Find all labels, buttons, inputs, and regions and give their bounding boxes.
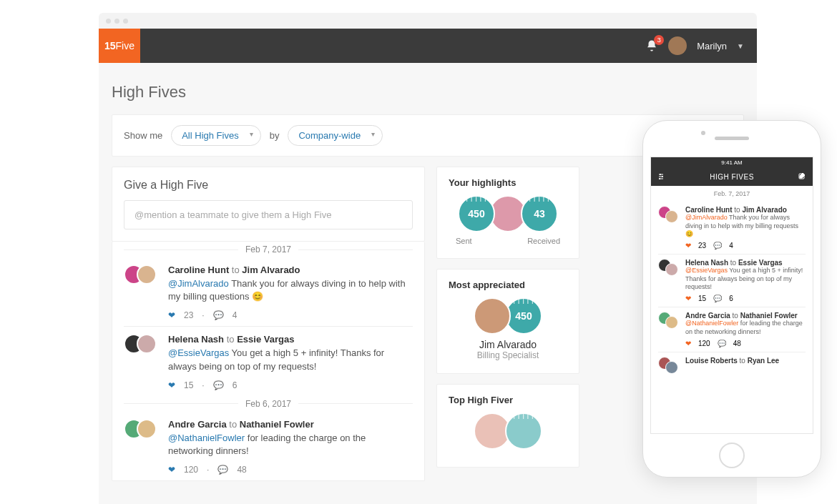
like-count: 120 <box>184 465 198 475</box>
svg-point-2 <box>659 178 660 179</box>
phone-screen: 9:41 AM HIGH FIVES Feb. 7, 2017 Caroline… <box>650 157 813 434</box>
sent-badge: 450 <box>458 195 495 232</box>
chevron-down-icon[interactable]: ▼ <box>737 42 744 50</box>
feed-to[interactable]: Essie Vargas <box>237 334 294 345</box>
feed-item: Caroline Hunt to Jim Alvarado @JimAlvara… <box>112 257 424 307</box>
logo[interactable]: 15Five <box>99 29 140 63</box>
logo-text-bold: 15 <box>104 40 116 51</box>
avatar[interactable] <box>668 36 687 55</box>
filter-by-select[interactable]: Company-wide <box>288 125 383 146</box>
most-role: Billing Specialist <box>449 350 567 360</box>
compose-icon[interactable] <box>797 172 807 182</box>
sent-label: Sent <box>456 237 472 245</box>
received-badge: 43 <box>521 195 558 232</box>
highlights-title: Your highlights <box>449 177 567 188</box>
feed-from[interactable]: Andre Garcia <box>168 419 227 430</box>
like-count: 23 <box>184 310 193 320</box>
top-fiver-title: Top High Fiver <box>449 395 567 405</box>
feed-to[interactable]: Jim Alvarado <box>242 265 300 275</box>
phone-comment-button[interactable]: 💬 <box>713 242 722 249</box>
filter-showme-label: Show me <box>124 130 162 141</box>
date-separator: Feb 6, 2017 <box>124 399 413 409</box>
phone-actions: ❤15 💬6 <box>651 293 813 307</box>
window-dot <box>114 19 119 24</box>
phone-actions: ❤23 💬4 <box>651 240 813 254</box>
svg-point-0 <box>660 174 661 175</box>
comment-count: 48 <box>237 465 246 475</box>
avatar-pair <box>124 334 160 357</box>
phone-mock: 9:41 AM HIGH FIVES Feb. 7, 2017 Caroline… <box>642 120 821 478</box>
feed-from[interactable]: Helena Nash <box>168 334 224 345</box>
give-title: Give a High Five <box>124 179 413 192</box>
phone-like-button[interactable]: ❤ <box>685 242 691 249</box>
avatar-pair <box>124 419 160 442</box>
comment-button[interactable]: 💬 <box>213 310 224 320</box>
date-separator: Feb 7, 2017 <box>124 244 413 255</box>
feed-actions: ❤120 · 💬48 <box>112 462 424 480</box>
phone-date: Feb. 7, 2017 <box>651 186 813 202</box>
top-fiver-card: Top High Fiver <box>436 384 579 468</box>
phone-statusbar: 9:41 AM <box>651 157 813 167</box>
like-button[interactable]: ❤ <box>168 310 175 320</box>
comment-count: 4 <box>232 310 238 320</box>
notification-badge: 3 <box>654 35 664 45</box>
received-label: Received <box>527 237 560 245</box>
svg-point-1 <box>662 176 663 177</box>
phone-home-button[interactable] <box>719 443 745 468</box>
feed-item: Andre Garcia to Nathaniel Fowler @Nathan… <box>112 412 424 462</box>
feed-card: Feb 7, 2017 Caroline Hunt to Jim Alvarad… <box>112 242 425 481</box>
give-highfive-card: Give a High Five @mention a teammate to … <box>112 167 425 242</box>
comment-button[interactable]: 💬 <box>217 465 228 475</box>
phone-header: HIGH FIVES <box>651 167 813 186</box>
highlights-card: Your highlights 450 43 Sent <box>436 167 579 259</box>
like-button[interactable]: ❤ <box>168 380 175 390</box>
phone-feed-item[interactable]: Helena Nash to Essie Vargas @EssieVargas… <box>651 255 813 293</box>
phone-feed-item[interactable]: Caroline Hunt to Jim Alvarado @JimAlvara… <box>651 202 813 240</box>
most-appreciated-card: Most appreciated 450 Jim Alvarado Billin… <box>436 269 579 374</box>
mention-link[interactable]: @EssieVargas <box>168 347 229 358</box>
feed-actions: ❤23 · 💬4 <box>112 307 424 326</box>
phone-feed-item[interactable]: Louise Roberts to Ryan Lee <box>651 352 813 375</box>
comment-count: 6 <box>232 380 238 390</box>
avatar-pair <box>124 265 160 287</box>
feed-to[interactable]: Nathaniel Fowler <box>240 419 314 430</box>
browser-chrome <box>99 13 757 29</box>
filter-by-label: by <box>270 130 280 141</box>
logo-text: Five <box>116 40 134 51</box>
most-photo <box>474 297 511 335</box>
feed-from[interactable]: Caroline Hunt <box>168 265 229 275</box>
page-title: High Fives <box>112 83 744 102</box>
phone-comment-button[interactable]: 💬 <box>718 340 726 347</box>
window-dot <box>106 19 111 24</box>
phone-like-button[interactable]: ❤ <box>685 340 691 347</box>
like-button[interactable]: ❤ <box>168 465 175 475</box>
phone-title: HIGH FIVES <box>710 173 754 181</box>
phone-comment-button[interactable]: 💬 <box>713 295 722 302</box>
mention-link[interactable]: @JimAlvarado <box>168 278 229 289</box>
mention-input[interactable]: @mention a teammate to give them a High … <box>124 200 413 229</box>
comment-button[interactable]: 💬 <box>213 380 224 390</box>
mention-link[interactable]: @NathanielFowler <box>168 433 245 443</box>
like-count: 15 <box>184 380 193 390</box>
username[interactable]: Marilyn <box>697 41 727 51</box>
most-title: Most appreciated <box>449 280 567 290</box>
most-name: Jim Alvarado <box>449 339 567 350</box>
top-nav: 15Five 3 Marilyn ▼ <box>99 29 757 63</box>
feed-item: Helena Nash to Essie Vargas @EssieVargas… <box>112 327 424 377</box>
phone-feed-item[interactable]: Andre Garcia to Nathaniel Fowler @Nathan… <box>651 307 813 337</box>
settings-icon[interactable] <box>657 172 667 182</box>
filter-showme-select[interactable]: All High Fives <box>171 125 260 146</box>
feed-actions: ❤15 · 💬6 <box>112 377 424 396</box>
phone-actions: ❤120 💬48 <box>651 338 813 352</box>
window-dot <box>123 19 128 24</box>
notifications-button[interactable]: 3 <box>645 39 658 52</box>
top-fiver-badge <box>505 412 542 450</box>
nav-right: 3 Marilyn ▼ <box>645 36 744 55</box>
phone-like-button[interactable]: ❤ <box>685 295 691 302</box>
